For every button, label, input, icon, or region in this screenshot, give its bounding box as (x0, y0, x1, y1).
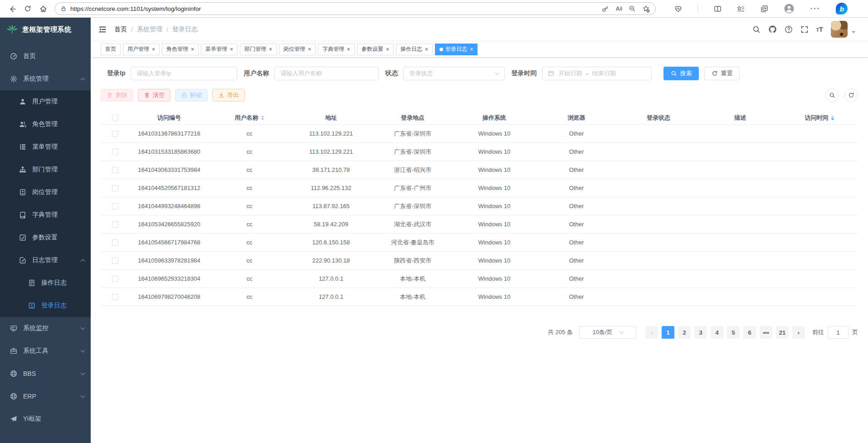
export-button[interactable]: 导出 (212, 89, 245, 102)
app-logo[interactable]: 意框架管理系统 (0, 18, 91, 41)
row-checkbox[interactable] (112, 294, 118, 300)
sidebar-item-dept[interactable]: 部门管理 (0, 158, 91, 181)
avatar-caret-icon[interactable] (852, 31, 855, 35)
sidebar-item-login-log[interactable]: 登录日志 (0, 294, 91, 317)
username-input[interactable]: 请输入用户名称 (274, 67, 379, 80)
sidebar-item-dict[interactable]: 字典管理 (0, 204, 91, 226)
home-icon[interactable] (35, 2, 51, 15)
favorite-add-icon[interactable] (642, 5, 650, 13)
zoom-out-icon[interactable] (629, 5, 636, 12)
page-button-21[interactable]: 21 (776, 326, 789, 339)
row-checkbox[interactable] (112, 203, 118, 209)
row-checkbox[interactable] (112, 149, 118, 155)
read-aloud-icon[interactable] (615, 5, 622, 12)
refresh-table-button[interactable] (844, 88, 858, 102)
sidebar-item-home[interactable]: 首页 (0, 45, 91, 68)
tab-角色管理[interactable]: 角色管理× (162, 44, 199, 55)
sidebar-fold-icon[interactable] (91, 18, 114, 41)
sidebar-item-bbs[interactable]: BBS (0, 362, 91, 385)
tab-岗位管理[interactable]: 岗位管理× (279, 44, 316, 55)
sort-caret[interactable] (831, 116, 834, 120)
close-icon[interactable]: × (425, 47, 428, 52)
fullscreen-icon[interactable] (800, 25, 809, 34)
status-select[interactable]: 登录状态 (403, 67, 505, 80)
row-checkbox[interactable] (112, 167, 118, 173)
breadcrumb-system[interactable]: 系统管理 (137, 25, 162, 34)
close-icon[interactable]: × (152, 47, 155, 52)
search-button[interactable]: 搜索 (663, 67, 699, 80)
reload-icon[interactable] (20, 2, 35, 15)
close-icon[interactable]: × (347, 47, 350, 52)
sidebar-item-erp[interactable]: ERP (0, 385, 91, 408)
ip-input[interactable]: 请输入登录Ip (131, 67, 237, 80)
sidebar-item-log-mgr[interactable]: 日志管理 (0, 249, 91, 272)
sidebar-item-monitor[interactable]: 系统监控 (0, 317, 91, 340)
tab-字典管理[interactable]: 字典管理× (318, 44, 355, 55)
row-checkbox[interactable] (112, 276, 118, 282)
tab-部门管理[interactable]: 部门管理× (240, 44, 277, 55)
text-size-icon[interactable]: TT (816, 25, 823, 33)
page-button-1[interactable]: 1 (662, 326, 674, 339)
sidebar-item-role[interactable]: 角色管理 (0, 113, 91, 136)
close-icon[interactable]: × (191, 47, 194, 52)
tab-操作日志[interactable]: 操作日志× (396, 44, 433, 55)
sidebar-item-yi[interactable]: Yi框架 (0, 408, 91, 430)
page-button-4[interactable]: 4 (711, 326, 723, 339)
sidebar-item-menu[interactable]: 菜单管理 (0, 136, 91, 158)
page-button-3[interactable]: 3 (694, 326, 707, 339)
tab-菜单管理[interactable]: 菜单管理× (201, 44, 238, 55)
page-size-select[interactable]: 10条/页 (579, 326, 636, 339)
delete-button[interactable]: 删除 (101, 89, 133, 102)
sidebar-item-system[interactable]: 系统管理 (0, 68, 91, 90)
page-button-6[interactable]: 6 (743, 326, 756, 339)
browser-profile-icon[interactable] (784, 3, 795, 14)
sidebar-item-user[interactable]: 用户管理 (0, 90, 91, 113)
tab-首页[interactable]: 首页 (101, 44, 121, 55)
favorites-bar-icon[interactable] (737, 5, 745, 13)
more-menu-icon[interactable]: ··· (810, 5, 820, 13)
next-page-button[interactable]: › (792, 326, 805, 339)
split-screen-icon[interactable] (714, 5, 722, 13)
copilot-icon[interactable]: b (836, 3, 848, 15)
prev-page-button[interactable]: ‹ (645, 326, 658, 339)
help-icon[interactable] (785, 25, 793, 34)
sort-caret[interactable] (261, 116, 264, 120)
breadcrumb-home[interactable]: 首页 (114, 25, 127, 34)
url-text[interactable]: https://ccnetcore.com:1101/system/log/lo… (70, 5, 602, 12)
sidebar-item-tools[interactable]: 系统工具 (0, 340, 91, 362)
select-all-checkbox[interactable] (112, 115, 118, 121)
tab-登录日志[interactable]: 登录日志× (435, 44, 478, 55)
sidebar-item-post[interactable]: 岗位管理 (0, 181, 91, 204)
row-checkbox[interactable] (112, 239, 118, 246)
browser-essentials-icon[interactable] (674, 5, 682, 13)
close-icon[interactable]: × (386, 47, 389, 52)
user-avatar[interactable] (831, 21, 848, 38)
page-button-2[interactable]: 2 (678, 326, 691, 339)
clear-button[interactable]: 清空 (138, 89, 171, 102)
close-icon[interactable]: × (269, 47, 272, 52)
goto-page-input[interactable]: 1 (828, 326, 848, 339)
search-icon[interactable] (752, 25, 761, 34)
close-icon[interactable]: × (470, 47, 473, 52)
sidebar-item-param[interactable]: 参数设置 (0, 226, 91, 249)
close-icon[interactable]: × (308, 47, 311, 52)
password-key-icon[interactable] (602, 5, 609, 12)
row-checkbox[interactable] (112, 221, 118, 228)
tab-用户管理[interactable]: 用户管理× (123, 44, 160, 55)
date-range-picker[interactable]: 开始日期 - 结束日期 (542, 67, 652, 80)
page-ellipsis[interactable]: ••• (760, 326, 772, 339)
collections-icon[interactable] (761, 5, 768, 13)
address-bar[interactable]: https://ccnetcore.com:1101/system/log/lo… (54, 2, 656, 15)
back-icon[interactable] (5, 2, 20, 15)
close-icon[interactable]: × (230, 47, 233, 52)
github-icon[interactable] (768, 25, 777, 34)
row-checkbox[interactable] (112, 131, 118, 137)
tab-参数设置[interactable]: 参数设置× (357, 44, 394, 55)
sidebar-item-oper-log[interactable]: 操作日志 (0, 272, 91, 294)
row-checkbox[interactable] (112, 185, 118, 191)
toggle-search-button[interactable] (825, 88, 839, 102)
page-button-5[interactable]: 5 (727, 326, 740, 339)
row-checkbox[interactable] (112, 258, 118, 264)
unlock-button[interactable]: 解锁 (175, 89, 208, 102)
reset-button[interactable]: 重置 (704, 67, 740, 80)
